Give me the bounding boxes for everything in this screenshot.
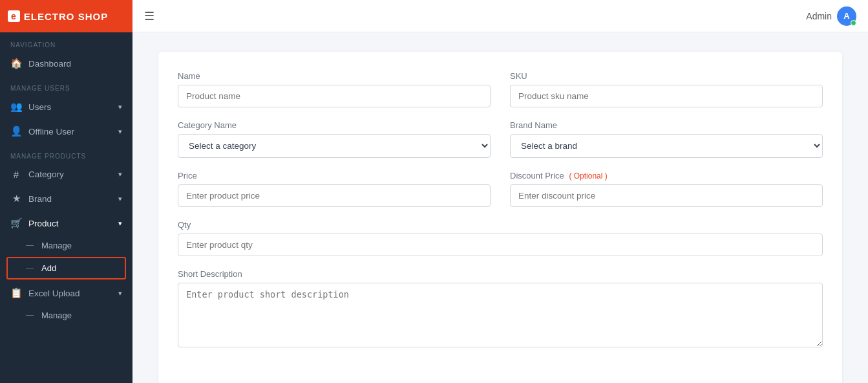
chevron-down-icon: ▾ xyxy=(118,127,122,136)
form-group-name: Name xyxy=(178,71,491,107)
category-select[interactable]: Select a category xyxy=(178,134,491,158)
dash-icon xyxy=(26,245,34,246)
online-indicator xyxy=(851,20,856,26)
sidebar-item-label: Excel Upload xyxy=(28,289,80,298)
logo-e-letter: e xyxy=(8,10,20,22)
chevron-down-icon: ▾ xyxy=(118,195,122,203)
sidebar-item-category[interactable]: # Category ▾ xyxy=(0,162,132,186)
dashboard-icon: 🏠 xyxy=(10,58,22,69)
sidebar-sub-item-label: Manage xyxy=(41,241,72,250)
form-row-name-sku: Name SKU xyxy=(178,71,823,107)
sku-label: SKU xyxy=(510,71,823,81)
nav-section-label: NAVIGATION xyxy=(0,32,132,51)
sidebar-sub-item-label: Manage xyxy=(41,311,72,320)
offline-user-icon: 👤 xyxy=(10,126,22,137)
chevron-down-icon: ▾ xyxy=(118,103,122,111)
hamburger-icon[interactable]: ☰ xyxy=(144,9,154,23)
sidebar-item-product[interactable]: 🛒 Product ▾ xyxy=(0,211,132,235)
chevron-down-icon: ▾ xyxy=(118,170,122,179)
form-group-sku: SKU xyxy=(510,71,823,107)
price-label: Price xyxy=(178,171,491,181)
form-row-category-brand: Category Name Select a category Brand Na… xyxy=(178,120,823,158)
admin-label: Admin xyxy=(806,11,832,21)
optional-badge: ( Optional ) xyxy=(569,171,607,181)
sidebar: e ELECTRO SHOP NAVIGATION 🏠 Dashboard MA… xyxy=(0,0,132,383)
dash-icon xyxy=(26,268,34,268)
brand-label: Brand Name xyxy=(510,120,823,130)
form-group-category: Category Name Select a category xyxy=(178,120,491,158)
sidebar-item-label: Offline User xyxy=(28,127,74,137)
excel-icon: 📋 xyxy=(10,287,22,299)
product-icon: 🛒 xyxy=(10,217,22,229)
add-product-form: Name SKU Category Name Select a category xyxy=(158,52,842,383)
discount-input[interactable] xyxy=(510,184,823,207)
sidebar-item-brand[interactable]: ★ Brand ▾ xyxy=(0,186,132,211)
category-icon: # xyxy=(10,169,22,180)
name-input[interactable] xyxy=(178,85,491,107)
topbar: ☰ Admin A xyxy=(132,0,868,32)
sidebar-item-label: Product xyxy=(28,219,59,228)
topbar-left: ☰ xyxy=(144,9,154,23)
qty-input[interactable] xyxy=(178,234,823,256)
users-icon: 👥 xyxy=(10,101,22,113)
sidebar-logo: e ELECTRO SHOP xyxy=(0,0,132,32)
sidebar-sub-item-excel-manage[interactable]: Manage xyxy=(0,305,132,325)
form-row-price-discount: Price Discount Price ( Optional ) xyxy=(178,171,823,207)
sidebar-item-label: Category xyxy=(28,170,64,179)
content-area: Name SKU Category Name Select a category xyxy=(132,32,868,383)
sidebar-sub-item-label: Add xyxy=(41,263,56,273)
short-desc-label: Short Description xyxy=(178,269,823,279)
sidebar-item-label: Users xyxy=(28,102,51,112)
sidebar-item-users[interactable]: 👥 Users ▾ xyxy=(0,94,132,119)
form-group-brand: Brand Name Select a brand xyxy=(510,120,823,158)
brand-select[interactable]: Select a brand xyxy=(510,134,823,158)
chevron-down-icon: ▾ xyxy=(118,289,122,298)
logo-text: ELECTRO SHOP xyxy=(24,11,108,22)
form-group-price: Price xyxy=(178,171,491,207)
sidebar-item-label: Dashboard xyxy=(28,59,71,69)
form-group-discount: Discount Price ( Optional ) xyxy=(510,171,823,207)
discount-label: Discount Price ( Optional ) xyxy=(510,171,823,181)
price-input[interactable] xyxy=(178,184,491,207)
manage-products-section-label: MANAGE PRODUCTS xyxy=(0,144,132,162)
sku-input[interactable] xyxy=(510,85,823,107)
avatar[interactable]: A xyxy=(837,6,856,26)
sidebar-item-label: Brand xyxy=(28,194,52,204)
sidebar-sub-item-product-manage[interactable]: Manage xyxy=(0,235,132,256)
name-label: Name xyxy=(178,71,491,81)
form-row-short-desc: Short Description xyxy=(178,269,823,347)
form-row-qty: Qty xyxy=(178,220,823,256)
manage-users-section-label: MANAGE USERS xyxy=(0,76,132,94)
short-desc-textarea[interactable] xyxy=(178,283,823,347)
dash-icon xyxy=(26,315,34,316)
qty-label: Qty xyxy=(178,220,823,230)
sidebar-sub-item-product-add[interactable]: Add xyxy=(6,257,126,279)
sidebar-item-dashboard[interactable]: 🏠 Dashboard xyxy=(0,51,132,76)
topbar-right: Admin A xyxy=(806,6,856,26)
chevron-down-icon: ▾ xyxy=(118,219,122,228)
form-group-short-desc: Short Description xyxy=(178,269,823,347)
brand-icon: ★ xyxy=(10,193,22,204)
sidebar-item-excel-upload[interactable]: 📋 Excel Upload ▾ xyxy=(0,281,132,305)
sidebar-item-offline-user[interactable]: 👤 Offline User ▾ xyxy=(0,119,132,144)
category-label: Category Name xyxy=(178,120,491,130)
main-area: ☰ Admin A Name SKU xyxy=(132,0,868,383)
form-group-qty: Qty xyxy=(178,220,823,256)
